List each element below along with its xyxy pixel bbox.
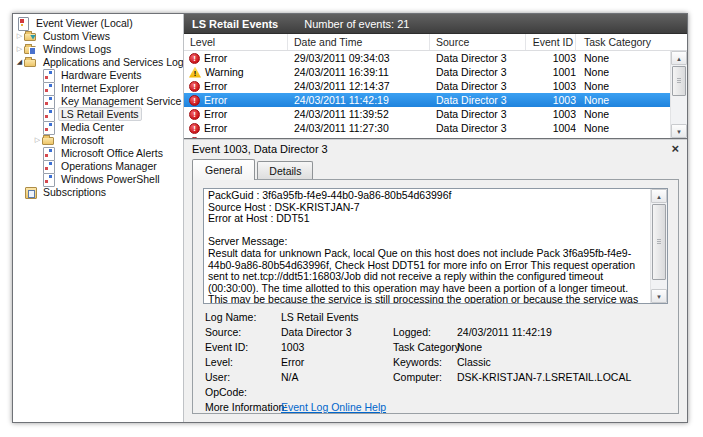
sidebar-item-subscriptions[interactable]: Subscriptions xyxy=(13,185,183,198)
scroll-up-button[interactable]: ▲ xyxy=(671,51,687,65)
column-header-date-and-time[interactable]: Date and Time xyxy=(288,34,430,50)
field-row: More Information:Event Log Online Help xyxy=(199,400,670,414)
event-row[interactable]: !Error29/03/2011 09:34:03Data Director 3… xyxy=(184,51,670,65)
event-level-text: Error xyxy=(204,122,227,134)
event-task-category-cell: None xyxy=(576,108,656,120)
sidebar-item-applications-and-services-logs[interactable]: ◢Applications and Services Logs xyxy=(13,55,183,68)
scrollbar-track[interactable] xyxy=(651,281,667,289)
field-label: Logged: xyxy=(393,325,457,340)
close-icon[interactable]: × xyxy=(671,142,679,156)
event-log-online-help-link[interactable]: Event Log Online Help xyxy=(281,400,393,414)
tree-expand-arrow-icon[interactable]: ▷ xyxy=(15,29,24,42)
tree-collapse-arrow-icon[interactable]: ◢ xyxy=(15,55,24,68)
event-task-category-cell: None xyxy=(576,122,656,134)
event-description-box[interactable]: PackGuid : 3f6a95fb-f4e9-44b0-9a86-80b54… xyxy=(203,188,668,304)
folder-shape xyxy=(24,33,36,41)
column-header-task-category[interactable]: Task Category xyxy=(576,34,656,50)
column-header-level[interactable]: Level xyxy=(184,34,288,50)
event-log-icon xyxy=(42,160,55,172)
field-row: Event ID:1003Task Category:None xyxy=(199,340,670,355)
sidebar-item-label: Microsoft Office Alerts xyxy=(58,146,166,160)
tab-details[interactable]: Details xyxy=(257,161,313,180)
tab-general[interactable]: General xyxy=(192,159,255,180)
subscriptions-icon xyxy=(24,186,37,198)
event-level-cell: !Error xyxy=(184,52,288,64)
description-scrollbar[interactable]: ▲ ▼ xyxy=(650,189,667,303)
event-date-cell: 24/03/2011 16:39:11 xyxy=(288,66,430,78)
field-value xyxy=(457,310,670,325)
sidebar-item-windows-logs[interactable]: ▷Windows Logs xyxy=(13,42,183,55)
event-id-cell: 1003 xyxy=(526,80,576,92)
sidebar-item-event-viewer-local[interactable]: Event Viewer (Local) xyxy=(13,16,183,29)
sidebar-item-custom-views[interactable]: ▷Custom Views xyxy=(13,29,183,42)
field-value: 24/03/2011 11:42:19 xyxy=(457,325,670,340)
field-label xyxy=(393,400,457,414)
event-list-scrollbar[interactable]: ▲ ▼ xyxy=(670,51,687,138)
column-header-source[interactable]: Source xyxy=(430,34,526,50)
field-label: User: xyxy=(205,370,281,385)
event-row[interactable]: !Error24/03/2011 11:42:19Data Director 3… xyxy=(184,93,670,107)
sidebar-item-internet-explorer[interactable]: Internet Explorer xyxy=(13,81,183,94)
sidebar-item-microsoft-office-alerts[interactable]: Microsoft Office Alerts xyxy=(13,146,183,159)
sidebar-item-label: Event Viewer (Local) xyxy=(33,16,136,30)
event-row[interactable]: !Error24/03/2011 12:14:37Data Director 3… xyxy=(184,79,670,93)
sidebar-item-microsoft[interactable]: ▷Microsoft xyxy=(13,133,183,146)
field-label: Task Category: xyxy=(393,340,457,355)
sidebar-item-key-management-service[interactable]: Key Management Service xyxy=(13,94,183,107)
folder-shape xyxy=(24,59,36,67)
event-source-cell: Data Director 3 xyxy=(430,122,526,134)
event-level-cell: !Warning xyxy=(184,66,288,78)
event-level-text: Error xyxy=(204,80,227,92)
scroll-down-button[interactable]: ▼ xyxy=(671,124,687,138)
log-title: LS Retail Events xyxy=(192,18,278,30)
sidebar-item-label: Windows PowerShell xyxy=(58,172,163,186)
sidebar-item-ls-retail-events[interactable]: LS Retail Events xyxy=(13,107,183,120)
event-log-icon xyxy=(42,147,55,159)
event-row[interactable]: !Error24/03/2011 11:39:52Data Director 3… xyxy=(184,107,670,121)
event-level-text: Error xyxy=(204,94,227,106)
event-task-category-cell: None xyxy=(576,66,656,78)
field-label: Log Name: xyxy=(205,310,281,325)
field-value xyxy=(281,385,393,400)
event-row[interactable]: !Warning24/03/2011 16:39:11Data Director… xyxy=(184,65,670,79)
tree-expand-arrow-icon[interactable]: ▷ xyxy=(33,133,42,146)
sidebar-item-operations-manager[interactable]: Operations Manager xyxy=(13,159,183,172)
sidebar-item-label: Subscriptions xyxy=(40,185,109,199)
error-icon: ! xyxy=(189,53,200,64)
tree-expand-arrow-icon[interactable]: ▷ xyxy=(15,42,24,55)
column-header-event-id[interactable]: Event ID xyxy=(526,34,576,50)
event-level-text: Error xyxy=(204,52,227,64)
event-count: Number of events: 21 xyxy=(304,18,409,30)
scroll-up-button[interactable]: ▲ xyxy=(651,189,667,203)
field-label: More Information: xyxy=(205,400,281,414)
scrollbar-thumb[interactable] xyxy=(652,204,666,280)
error-icon: ! xyxy=(189,109,200,120)
field-value: Data Director 3 xyxy=(281,325,393,340)
event-list-header: LevelDate and TimeSourceEvent IDTask Cat… xyxy=(184,34,687,51)
event-viewer-window: Event Viewer (Local)▷Custom Views▷Window… xyxy=(12,13,688,423)
sidebar-item-media-center[interactable]: Media Center xyxy=(13,120,183,133)
event-id-cell: 1004 xyxy=(526,122,576,134)
sidebar-item-label: Media Center xyxy=(58,120,127,134)
event-detail-title: Event 1003, Data Director 3 xyxy=(192,143,671,155)
message-line: Result data for unknown Pack, local Que … xyxy=(208,248,646,303)
event-source-cell: Data Director 3 xyxy=(430,94,526,106)
event-log-icon xyxy=(42,173,55,185)
general-tab-page: PackGuid : 3f6a95fb-f4e9-44b0-9a86-80b54… xyxy=(192,179,679,414)
windows-logs-folder-icon xyxy=(24,43,37,55)
event-date-cell: 29/03/2011 09:34:03 xyxy=(288,52,430,64)
detail-tabs: GeneralDetails xyxy=(184,158,687,179)
sidebar-item-label: Windows Logs xyxy=(40,42,114,56)
event-row[interactable]: !Error24/03/2011 11:27:30Data Director 3… xyxy=(184,121,670,135)
sidebar-item-label: Internet Explorer xyxy=(58,81,142,95)
scroll-down-button[interactable]: ▼ xyxy=(651,289,667,303)
sidebar-item-windows-powershell[interactable]: Windows PowerShell xyxy=(13,172,183,185)
event-description-text: PackGuid : 3f6a95fb-f4e9-44b0-9a86-80b54… xyxy=(204,189,650,303)
scrollbar-thumb[interactable] xyxy=(672,66,686,96)
event-date-cell: 24/03/2011 11:27:30 xyxy=(288,122,430,134)
sidebar-item-hardware-events[interactable]: Hardware Events xyxy=(13,68,183,81)
sidebar-item-label: Applications and Services Logs xyxy=(40,55,184,69)
event-source-cell: Data Director 3 xyxy=(430,52,526,64)
event-preview-pane: Event 1003, Data Director 3 × GeneralDet… xyxy=(184,140,687,422)
scrollbar-track[interactable] xyxy=(671,97,687,124)
